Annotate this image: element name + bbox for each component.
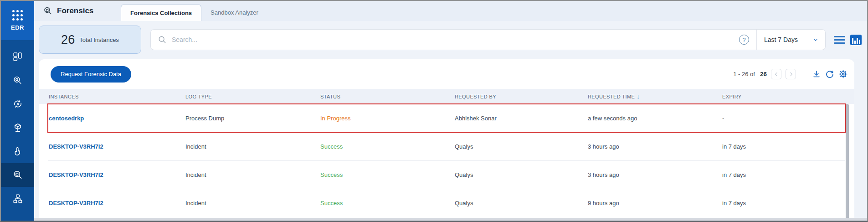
log-type-cell: Incident — [185, 171, 320, 178]
app-window: EDR — [0, 0, 868, 222]
sidebar-item-hunting[interactable] — [1, 68, 34, 92]
total-instances-card[interactable]: 26 Total Instances — [39, 26, 141, 54]
status-cell: In Progress — [320, 115, 455, 122]
divider — [804, 68, 804, 80]
download-button[interactable] — [812, 70, 821, 79]
search-bar: ? Last 7 Days — [150, 29, 826, 50]
table-card: Request Forensic Data 1 - 26 of 26 — [39, 59, 854, 221]
sidebar-item-configuration[interactable] — [1, 187, 34, 211]
expiry-cell: - — [722, 115, 844, 122]
content-body: 26 Total Instances ? Last 7 Days — [34, 21, 867, 221]
prev-page-button[interactable] — [771, 69, 781, 79]
chevron-right-icon — [788, 72, 794, 77]
tab-forensics-collections[interactable]: Forensics Collections — [121, 4, 201, 21]
requested-by-cell: Qualys — [455, 200, 588, 207]
page-title-wrap: Forensics — [43, 1, 93, 21]
hamburger-icon — [834, 36, 845, 37]
pagination-total: 26 — [760, 71, 767, 77]
refresh-icon — [825, 70, 834, 79]
instance-link[interactable]: DESKTOP-V3RH7I2 — [49, 171, 185, 178]
sidebar-nav — [1, 40, 34, 211]
tab-bar: Forensics Collections Sandbox Analyzer — [121, 1, 267, 21]
search-area: ? — [151, 30, 756, 50]
log-type-cell: Incident — [185, 143, 320, 150]
instance-link[interactable]: centosedrkp — [49, 115, 185, 122]
download-icon — [812, 70, 821, 79]
column-header-requested-time[interactable]: REQUESTED TIME↓ — [588, 93, 722, 100]
hunting-search-icon — [13, 76, 22, 85]
log-type-cell: Process Dump — [185, 115, 320, 122]
requested-time-cell: 9 hours ago — [588, 200, 722, 207]
sidebar-item-actions[interactable] — [1, 139, 34, 163]
refresh-button[interactable] — [825, 70, 834, 79]
column-header-requested-by[interactable]: REQUESTED BY — [455, 94, 588, 99]
requested-time-cell: 3 hours ago — [588, 143, 722, 150]
page-title: Forensics — [57, 6, 93, 15]
total-instances-label: Total Instances — [79, 36, 119, 43]
vertical-scrollbar[interactable] — [846, 104, 849, 221]
dashboard-icon — [13, 52, 22, 62]
sidebar: EDR — [1, 1, 34, 221]
assets-cube-icon — [13, 123, 23, 133]
hand-pointer-icon — [13, 146, 23, 156]
app-grid-icon — [12, 10, 23, 21]
sort-descending-icon: ↓ — [637, 93, 640, 100]
expiry-cell: in 7 days — [722, 171, 844, 178]
column-header-log-type[interactable]: LOG TYPE — [185, 94, 320, 99]
chevron-left-icon — [774, 72, 779, 77]
pagination-range: 1 - 26 of — [733, 71, 755, 77]
column-header-instances[interactable]: INSTANCES — [49, 94, 185, 99]
view-toggles — [834, 35, 862, 45]
chevron-down-icon — [812, 36, 819, 43]
instance-link[interactable]: DESKTOP-V3RH7I2 — [49, 143, 185, 150]
status-cell: Success — [320, 200, 455, 207]
table-row[interactable]: centosedrkp Process Dump In Progress Abh… — [48, 104, 845, 132]
table-toolbar: Request Forensic Data 1 - 26 of 26 — [39, 59, 854, 89]
pagination: 1 - 26 of 26 — [733, 68, 848, 80]
time-range-value: Last 7 Days — [764, 36, 798, 43]
table-header-row: INSTANCESLOG TYPESTATUSREQUESTED BYREQUE… — [39, 89, 854, 104]
chart-view-toggle[interactable] — [850, 35, 862, 45]
status-cell: Success — [320, 171, 455, 178]
settings-button[interactable] — [838, 69, 848, 79]
topbar: Forensics Forensics Collections Sandbox … — [34, 1, 867, 21]
response-sync-icon — [13, 99, 23, 109]
expiry-cell: in 7 days — [722, 200, 844, 207]
gear-icon — [838, 69, 848, 79]
request-forensic-data-button[interactable]: Request Forensic Data — [51, 66, 131, 83]
requested-time-cell: a few seconds ago — [588, 115, 722, 122]
help-icon[interactable]: ? — [739, 35, 749, 45]
app-launcher[interactable]: EDR — [1, 1, 34, 40]
main-area: Forensics Forensics Collections Sandbox … — [34, 1, 867, 221]
sidebar-item-dashboard[interactable] — [1, 45, 34, 68]
next-page-button[interactable] — [786, 69, 796, 79]
app-name-label: EDR — [11, 24, 24, 31]
sidebar-item-responses[interactable] — [1, 92, 34, 116]
search-icon — [158, 36, 166, 44]
table-row[interactable]: DESKTOP-V3RH7I2 Incident Success Qualys … — [48, 189, 845, 217]
status-cell: Success — [320, 143, 455, 150]
table-row[interactable]: DESKTOP-V3RH7I2 Incident Success Qualys … — [48, 160, 845, 189]
requested-by-cell: Qualys — [455, 171, 588, 178]
table-body: centosedrkp Process Dump In Progress Abh… — [48, 104, 845, 221]
time-range-dropdown[interactable]: Last 7 Days — [757, 30, 825, 50]
forensics-title-icon — [43, 6, 52, 15]
instance-link[interactable]: DESKTOP-V3RH7I2 — [49, 200, 185, 207]
sidebar-item-assets[interactable] — [1, 116, 34, 139]
list-view-toggle[interactable] — [834, 36, 845, 44]
tab-sandbox-analyzer[interactable]: Sandbox Analyzer — [201, 4, 267, 21]
requested-by-cell: Qualys — [455, 143, 588, 150]
requested-by-cell: Abhishek Sonar — [455, 115, 588, 122]
forensics-magnifier-icon — [13, 170, 23, 180]
log-type-cell: Incident — [185, 200, 320, 207]
horizontal-scrollbar[interactable] — [34, 218, 867, 221]
bar-chart-icon — [852, 38, 853, 44]
expiry-cell: in 7 days — [722, 143, 844, 150]
sidebar-item-forensics[interactable] — [1, 163, 34, 187]
search-input[interactable] — [172, 36, 739, 43]
column-header-status[interactable]: STATUS — [320, 94, 455, 99]
requested-time-cell: 3 hours ago — [588, 171, 722, 178]
column-header-expiry[interactable]: EXPIRY — [722, 94, 836, 99]
table-row[interactable]: DESKTOP-V3RH7I2 Incident Success Qualys … — [48, 132, 845, 160]
total-instances-count: 26 — [61, 33, 75, 47]
